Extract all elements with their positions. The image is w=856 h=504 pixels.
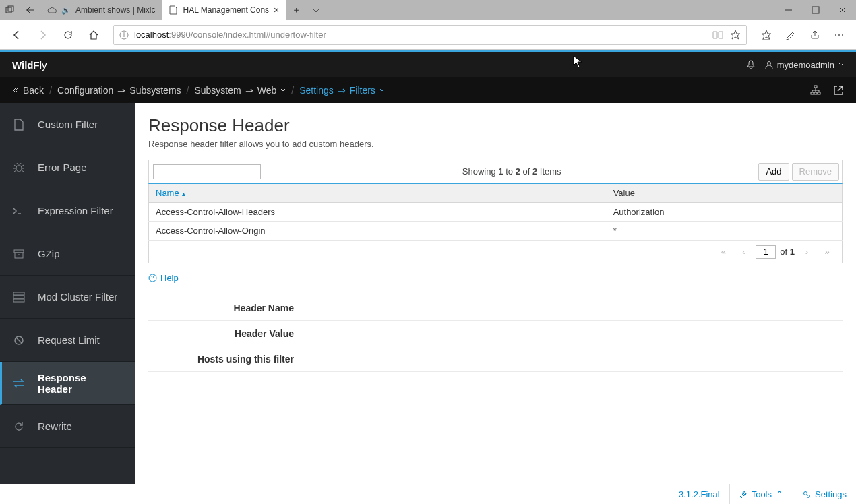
notes-icon[interactable] [779, 24, 802, 46]
svg-rect-17 [14, 250, 24, 253]
svg-rect-21 [13, 296, 24, 298]
prev-page-icon[interactable]: ‹ [735, 244, 752, 260]
svg-rect-18 [15, 253, 23, 258]
user-icon [765, 61, 773, 69]
table-row[interactable]: Access-Control-Allow-HeadersAuthorizatio… [149, 203, 843, 222]
favorites-list-icon[interactable] [755, 24, 778, 46]
t: of [780, 247, 787, 257]
bc-label: Subsystems [129, 85, 181, 96]
ban-icon [12, 335, 26, 346]
sidebar-item-expression-filter[interactable]: Expression Filter [0, 189, 135, 232]
bc-label: Configuration [57, 85, 113, 96]
home-button[interactable] [82, 24, 105, 46]
terminal-icon [12, 206, 26, 216]
maximize-button[interactable] [802, 0, 829, 20]
tab-menu-icon[interactable] [306, 0, 326, 20]
back-label: Back [23, 85, 44, 96]
close-icon[interactable]: × [274, 5, 279, 15]
table-toolbar: Showing 1 to 2 of 2 Items Add Remove [148, 160, 843, 184]
t: 2 [516, 166, 520, 177]
bug-icon [12, 162, 26, 173]
url-input[interactable]: localhost:9990/console/index.html#undert… [113, 25, 747, 45]
tabs-overview-icon[interactable] [0, 0, 20, 20]
t: 1 [790, 247, 795, 257]
sidebar-item-response-header[interactable]: Response Header [0, 362, 135, 405]
sidebar-item-request-limit[interactable]: Request Limit [0, 319, 135, 362]
svg-rect-14 [814, 92, 817, 94]
share-icon[interactable] [803, 24, 826, 46]
cell-value: Authorization [607, 203, 843, 222]
col-label: Value [613, 188, 635, 198]
add-button[interactable]: Add [758, 163, 789, 181]
sitemap-icon[interactable] [810, 85, 821, 96]
minimize-button[interactable] [775, 0, 802, 20]
close-window-button[interactable] [829, 0, 856, 20]
svg-point-8 [835, 34, 836, 36]
bc-label: Subsystem [194, 85, 241, 96]
breadcrumb-item-0[interactable]: Configuration ⇒ Subsystems [57, 85, 181, 96]
more-icon[interactable] [828, 24, 851, 46]
cloud-icon [47, 5, 57, 15]
breadcrumb: Back / Configuration ⇒ Subsystems / Subs… [0, 77, 856, 103]
forward-button[interactable] [31, 24, 54, 46]
breadcrumb-item-2[interactable]: Subsystem ⇒ Web [194, 85, 286, 96]
svg-point-26 [152, 280, 153, 280]
brand-logo[interactable]: WildFly [12, 59, 47, 71]
sidebar-item-gzip[interactable]: GZip [0, 232, 135, 276]
info-icon[interactable] [119, 30, 129, 40]
t: of [520, 166, 532, 177]
new-tab-button[interactable]: ＋ [286, 0, 306, 20]
archive-icon [12, 249, 26, 259]
sidebar-toggle-icon[interactable] [20, 0, 40, 20]
external-link-icon[interactable] [833, 85, 844, 96]
last-page-icon[interactable]: » [819, 244, 835, 260]
cell-name: Access-Control-Allow-Headers [149, 203, 607, 222]
col-value[interactable]: Value [607, 184, 843, 203]
sidebar-item-label: Rewrite [38, 420, 72, 432]
browser-tab-1[interactable]: HAL Management Cons × [162, 0, 286, 20]
cell-name: Access-Control-Allow-Origin [149, 222, 607, 241]
table-row[interactable]: Access-Control-Allow-Origin* [149, 222, 843, 241]
url-bar: localhost:9990/console/index.html#undert… [0, 20, 856, 50]
svg-point-11 [767, 62, 770, 65]
bell-icon[interactable] [741, 60, 761, 69]
speaker-icon: 🔊 [61, 6, 71, 15]
servers-icon [12, 292, 26, 303]
sidebar-item-rewrite[interactable]: Rewrite [0, 405, 135, 448]
first-page-icon[interactable]: « [715, 244, 731, 260]
page-input[interactable] [756, 245, 776, 259]
breadcrumb-item-3[interactable]: Settings ⇒ Filters [299, 85, 385, 96]
sidebar-item-custom-filter[interactable]: Custom Filter [0, 103, 135, 146]
bc-label: Settings [299, 85, 334, 96]
sidebar-item-label: GZip [38, 248, 60, 259]
filter-input[interactable] [153, 164, 261, 179]
page-icon [169, 5, 178, 15]
sidebar-item-error-page[interactable]: Error Page [0, 146, 135, 189]
favorite-icon[interactable] [730, 30, 741, 40]
sidebar-item-label: Expression Filter [38, 205, 113, 216]
reload-button[interactable] [57, 24, 80, 46]
t: 1 [498, 166, 503, 177]
col-name[interactable]: Name▴ [149, 184, 607, 203]
content: Response Header Response header filter a… [135, 103, 856, 484]
breadcrumb-back[interactable]: Back [12, 85, 44, 96]
user-menu[interactable]: mydemoadmin [765, 60, 844, 70]
sidebar-item-mod-cluster-filter[interactable]: Mod Cluster Filter [0, 276, 135, 319]
svg-rect-22 [13, 299, 24, 302]
svg-point-10 [842, 34, 843, 36]
reading-view-icon[interactable] [712, 30, 723, 40]
svg-rect-12 [814, 86, 817, 88]
bc-label: Filters [350, 85, 375, 96]
pager: « ‹ of 1 › » [148, 241, 843, 263]
remove-button[interactable]: Remove [792, 163, 839, 181]
browser-titlebar: 🔊 Ambient shows | Mixlc HAL Management C… [0, 0, 856, 20]
chevron-down-icon [838, 62, 844, 67]
form-label: Header Value [148, 328, 310, 339]
browser-tab-0[interactable]: 🔊 Ambient shows | Mixlc [40, 0, 162, 20]
next-page-icon[interactable]: › [799, 244, 815, 260]
back-button[interactable] [5, 24, 28, 46]
brand-light: Fly [34, 59, 47, 71]
sidebar-item-label: Error Page [38, 162, 87, 173]
help-link[interactable]: Help [148, 273, 843, 283]
form-row-hosts: Hosts using this filter [148, 346, 843, 372]
